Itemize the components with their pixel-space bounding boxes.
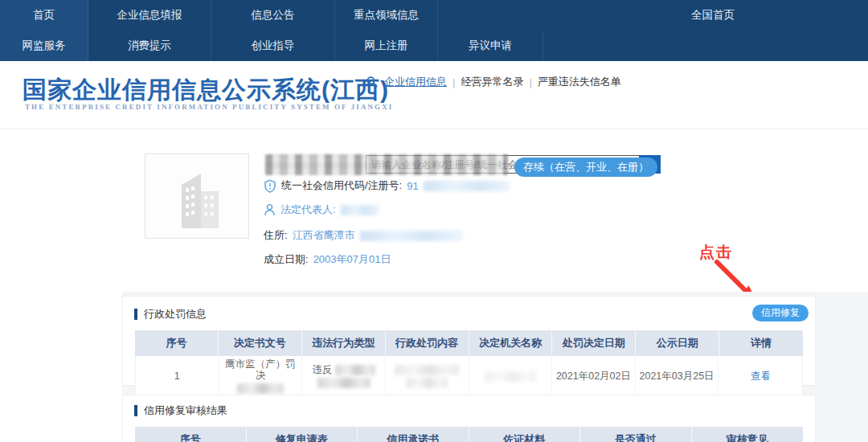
col-decision-authority: 决定机关名称 xyxy=(469,330,553,356)
cell-decision-date: 2021年02月02日 xyxy=(552,356,636,396)
penalty-section-title-row: 行政处罚信息 xyxy=(123,297,815,321)
tab-separator: | xyxy=(452,76,455,88)
violation-redacted xyxy=(317,378,371,388)
company-name-redacted xyxy=(265,154,508,175)
col-detail: 详情 xyxy=(719,330,803,356)
penalty-content-redacted xyxy=(395,365,459,375)
penalty-content-redacted xyxy=(406,378,448,388)
col-credit-commitment: 信用承诺书 xyxy=(358,427,469,442)
established-line: 成立日期: 2003年07月01日 xyxy=(264,252,391,267)
nav-item-market-supervision[interactable]: 网监服务 xyxy=(0,31,88,61)
address-label: 住所: xyxy=(264,228,288,243)
decision-authority-redacted xyxy=(485,371,536,382)
site-subtitle: THE ENTERPRISE CREDIT INFORMATION PUBLIC… xyxy=(25,103,393,111)
status-badge: 存续（在营、开业、在册） xyxy=(514,158,657,177)
cell-index: 1 xyxy=(136,356,219,396)
repair-section-title: 信用修复审核结果 xyxy=(144,403,227,418)
legal-rep-line: 法定代表人: xyxy=(264,203,379,217)
col-review-opinion: 审核意见 xyxy=(692,427,804,442)
cell-detail: 查看 xyxy=(719,356,802,396)
credit-code-label: 统一社会信用代码/注册号: xyxy=(281,178,402,193)
col-index: 序号 xyxy=(135,427,247,442)
cell-publicity-date: 2021年03月25日 xyxy=(636,356,719,396)
credit-repair-button[interactable]: 信用修复 xyxy=(752,305,809,321)
col-doc-number: 决定书文号 xyxy=(219,330,302,356)
lower-section: 行政处罚信息 信用修复 序号 决定书文号 违法行为类型 行政处罚内容 决定机关名… xyxy=(122,292,868,442)
repair-result-card: 信用修复审核结果 序号 修复申请表 信用承诺书 佐证材料 是否通过 审核意见 xyxy=(122,395,816,442)
section-bar xyxy=(134,405,137,416)
address-prefix: 江西省鹰潭市 xyxy=(293,228,355,243)
credit-code-line: 统一社会信用代码/注册号: 91 xyxy=(264,178,510,193)
nav-item-home[interactable]: 首页 xyxy=(0,0,88,31)
tab-abnormal-operations-list[interactable]: 经营异常名录 xyxy=(461,75,523,89)
nav-item-enterprise-filing[interactable]: 企业信息填报 xyxy=(88,0,211,31)
site-title: 国家企业信用信息公示系统(江西) xyxy=(23,74,389,107)
section-bar xyxy=(134,309,137,320)
shield-icon xyxy=(264,179,276,193)
col-passed: 是否通过 xyxy=(580,427,692,442)
view-detail-link[interactable]: 查看 xyxy=(751,370,771,382)
legal-rep-redacted xyxy=(341,205,379,215)
doc-number-redacted xyxy=(237,383,284,394)
col-penalty-content: 行政处罚内容 xyxy=(386,330,469,356)
tab-separator: | xyxy=(529,76,531,88)
credit-code-redacted xyxy=(424,181,510,191)
established-label: 成立日期: xyxy=(264,252,309,267)
nav-item-objection-application[interactable]: 异议申请 xyxy=(438,31,543,61)
credit-code-prefix: 91 xyxy=(407,180,418,192)
repair-section-title-row: 信用修复审核结果 xyxy=(123,395,815,418)
col-supporting-material: 佐证材料 xyxy=(469,427,581,442)
search-icon xyxy=(366,76,379,88)
repair-table: 序号 修复申请表 信用承诺书 佐证材料 是否通过 审核意见 xyxy=(135,427,803,442)
nav-item-startup-guide[interactable]: 创业指导 xyxy=(211,31,335,61)
nav-item-online-registration[interactable]: 网上注册 xyxy=(335,31,438,61)
nav-item-announcements[interactable]: 信息公告 xyxy=(211,0,335,31)
repair-table-header: 序号 修复申请表 信用承诺书 佐证材料 是否通过 审核意见 xyxy=(135,427,803,442)
nav-row-2: 网监服务 消费提示 创业指导 网上注册 异议申请 xyxy=(0,31,868,61)
penalty-table-header: 序号 决定书文号 违法行为类型 行政处罚内容 决定机关名称 处罚决定日期 公示日… xyxy=(135,330,803,356)
address-redacted xyxy=(360,231,463,241)
penalty-table: 序号 决定书文号 违法行为类型 行政处罚内容 决定机关名称 处罚决定日期 公示日… xyxy=(135,330,803,397)
cell-doc-number: 鹰市监（产）罚决 xyxy=(219,356,303,396)
address-line: 住所: 江西省鹰潭市 xyxy=(264,228,463,243)
company-logo-placeholder xyxy=(145,153,249,239)
search-scope-tabs: 企业信用信息 | 经营异常名录 | 严重违法失信名单 xyxy=(366,75,621,89)
site-header: 国家企业信用信息公示系统(江西) THE ENTERPRISE CREDIT I… xyxy=(0,61,868,129)
nav-row-1: 首页 企业信息填报 信息公告 重点领域信息 全国首页 xyxy=(0,0,868,31)
cell-decision-authority xyxy=(469,356,553,396)
person-icon xyxy=(264,203,276,216)
nav-item-national-home[interactable]: 全国首页 xyxy=(664,0,762,31)
building-icon xyxy=(166,164,228,228)
established-value: 2003年07月01日 xyxy=(313,252,391,267)
col-repair-application: 修复申请表 xyxy=(247,427,358,442)
col-violation-type: 违法行为类型 xyxy=(302,330,386,356)
col-decision-date: 处罚决定日期 xyxy=(552,330,636,356)
col-index: 序号 xyxy=(135,330,219,356)
penalty-table-row: 1 鹰市监（产）罚决 违反 xyxy=(135,356,803,397)
cell-violation-type: 违反 xyxy=(302,356,386,396)
nav-item-consumer-tips[interactable]: 消费提示 xyxy=(88,31,211,61)
violation-redacted xyxy=(335,365,375,375)
col-publicity-date: 公示日期 xyxy=(636,330,719,356)
legal-rep-label: 法定代表人: xyxy=(280,203,336,217)
tab-enterprise-credit-info[interactable]: 企业信用信息 xyxy=(384,75,447,89)
tab-serious-violation-list[interactable]: 严重违法失信名单 xyxy=(538,75,621,89)
top-nav: 首页 企业信息填报 信息公告 重点领域信息 全国首页 网监服务 消费提示 创业指… xyxy=(0,0,868,61)
nav-item-key-fields[interactable]: 重点领域信息 xyxy=(335,0,438,31)
penalty-section-title: 行政处罚信息 xyxy=(144,307,207,321)
cell-penalty-content xyxy=(386,356,469,396)
penalty-card: 行政处罚信息 信用修复 序号 决定书文号 违法行为类型 行政处罚内容 决定机关名… xyxy=(122,296,816,386)
